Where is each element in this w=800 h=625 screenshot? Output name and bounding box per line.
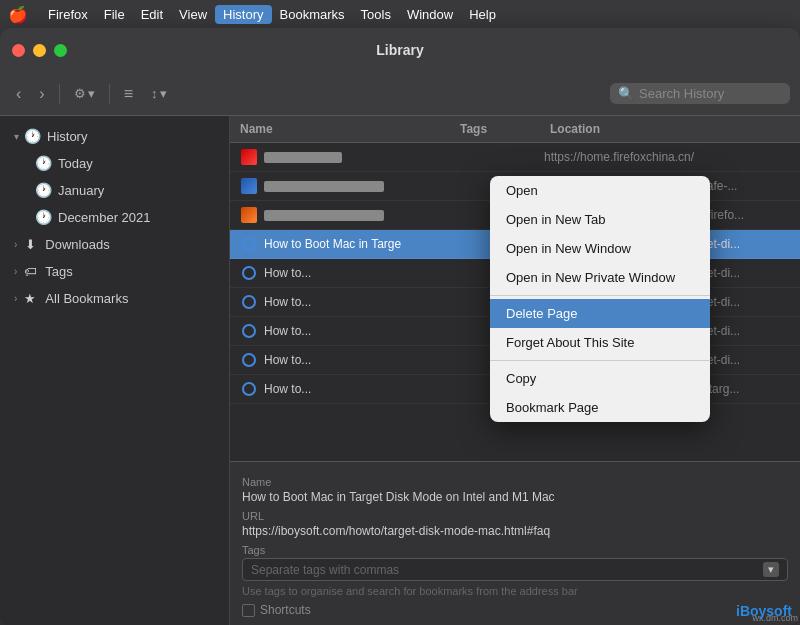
table-row[interactable]: ███████████ https://home.firefoxchina.cn… [230, 143, 800, 172]
search-input[interactable] [639, 86, 779, 101]
row-name: How to Boot Mac in Targe [264, 237, 454, 251]
apple-icon[interactable]: 🍎 [8, 5, 28, 24]
toolbar-separator-2 [109, 84, 110, 104]
main-area: ▾ 🕐 History 🕐 Today 🕐 January 🕐 December… [0, 116, 800, 625]
menubar-tools[interactable]: Tools [353, 5, 399, 24]
row-name: █████████████████ [264, 208, 454, 222]
menubar-edit[interactable]: Edit [133, 5, 171, 24]
december2021-icon: 🕐 [34, 208, 52, 226]
column-name-header[interactable]: Name [240, 122, 460, 136]
favicon-icon [240, 177, 258, 195]
sidebar-item-january[interactable]: 🕐 January [4, 177, 225, 203]
sidebar-item-tags[interactable]: › 🏷 Tags [4, 258, 225, 284]
menubar-view[interactable]: View [171, 5, 215, 24]
watermark-small: wx.dm.com [752, 613, 798, 623]
sidebar-item-downloads[interactable]: › ⬇ Downloads [4, 231, 225, 257]
menubar-window[interactable]: Window [399, 5, 461, 24]
url-value: https://iboysoft.com/howto/target-disk-m… [242, 524, 788, 538]
tags-dropdown-button[interactable]: ▾ [763, 562, 779, 577]
sidebar-january-label: January [58, 183, 104, 198]
row-name: How to... [264, 382, 454, 396]
context-menu-delete-page[interactable]: Delete Page [490, 299, 710, 328]
context-menu-copy[interactable]: Copy [490, 364, 710, 393]
window-controls [12, 44, 67, 57]
toolbar-separator-1 [59, 84, 60, 104]
sidebar-item-all-bookmarks[interactable]: › ★ All Bookmarks [4, 285, 225, 311]
tags-hint: Use tags to organise and search for book… [242, 585, 788, 597]
favicon-icon [240, 206, 258, 224]
row-name: ███████████ [264, 150, 454, 164]
gear-menu-button[interactable]: ⚙ ▾ [68, 82, 101, 105]
favicon-icon [240, 293, 258, 311]
column-location-header[interactable]: Location [550, 122, 790, 136]
minimize-button[interactable] [33, 44, 46, 57]
sidebar-item-today[interactable]: 🕐 Today [4, 150, 225, 176]
row-location: https://home.firefoxchina.cn/ [544, 150, 790, 164]
menubar-bookmarks[interactable]: Bookmarks [272, 5, 353, 24]
url-label: URL [242, 510, 788, 522]
favicon-icon [240, 351, 258, 369]
menubar-file[interactable]: File [96, 5, 133, 24]
back-button[interactable]: ‹ [10, 81, 27, 107]
shortcuts-row: Shortcuts [242, 603, 788, 617]
sort-icon: ↕ [151, 86, 158, 101]
sidebar-tags-label: Tags [45, 264, 72, 279]
tags-chevron-icon: › [14, 266, 17, 277]
column-tags-header[interactable]: Tags [460, 122, 550, 136]
search-bar: 🔍 [610, 83, 790, 104]
row-name: How to... [264, 266, 454, 280]
bookmarks-icon: ★ [21, 289, 39, 307]
name-value: How to Boot Mac in Target Disk Mode on I… [242, 490, 788, 504]
sidebar: ▾ 🕐 History 🕐 Today 🕐 January 🕐 December… [0, 116, 230, 625]
context-menu-forget-site[interactable]: Forget About This Site [490, 328, 710, 357]
context-menu-divider-2 [490, 360, 710, 361]
table-header: Name Tags Location [230, 116, 800, 143]
gear-chevron-icon: ▾ [88, 86, 95, 101]
context-menu: Open Open in New Tab Open in New Window … [490, 176, 710, 422]
favicon-icon [240, 264, 258, 282]
context-menu-open-new-tab[interactable]: Open in New Tab [490, 205, 710, 234]
downloads-chevron-icon: › [14, 239, 17, 250]
context-menu-bookmark-page[interactable]: Bookmark Page [490, 393, 710, 422]
sidebar-december2021-label: December 2021 [58, 210, 151, 225]
favicon-icon [240, 235, 258, 253]
menubar-firefox[interactable]: Firefox [40, 5, 96, 24]
detail-panel: Name How to Boot Mac in Target Disk Mode… [230, 461, 800, 625]
menubar-help[interactable]: Help [461, 5, 504, 24]
sort-button[interactable]: ↕ ▾ [145, 82, 173, 105]
toolbar: ‹ › ⚙ ▾ ≡ ↕ ▾ 🔍 [0, 72, 800, 116]
context-menu-open-private[interactable]: Open in New Private Window [490, 263, 710, 292]
menubar: 🍎 Firefox File Edit View History Bookmar… [0, 0, 800, 28]
name-label: Name [242, 476, 788, 488]
tags-label: Tags [242, 544, 788, 556]
context-menu-open-new-window[interactable]: Open in New Window [490, 234, 710, 263]
row-name: How to... [264, 324, 454, 338]
sidebar-item-december2021[interactable]: 🕐 December 2021 [4, 204, 225, 230]
shortcuts-checkbox[interactable] [242, 604, 255, 617]
close-button[interactable] [12, 44, 25, 57]
row-name: How to... [264, 353, 454, 367]
row-name: █████████████████ [264, 179, 454, 193]
content-area: Name Tags Location ███████████ https://h… [230, 116, 800, 625]
search-icon: 🔍 [618, 86, 634, 101]
history-chevron-icon: ▾ [14, 131, 19, 142]
maximize-button[interactable] [54, 44, 67, 57]
tags-icon: 🏷 [21, 262, 39, 280]
sidebar-bookmarks-label: All Bookmarks [45, 291, 128, 306]
shortcuts-label: Shortcuts [260, 603, 311, 617]
window-title: Library [376, 42, 423, 58]
favicon-icon [240, 148, 258, 166]
downloads-icon: ⬇ [21, 235, 39, 253]
menubar-history[interactable]: History [215, 5, 271, 24]
list-view-button[interactable]: ≡ [118, 81, 139, 107]
history-icon: 🕐 [23, 127, 41, 145]
context-menu-open[interactable]: Open [490, 176, 710, 205]
row-name: How to... [264, 295, 454, 309]
forward-button[interactable]: › [33, 81, 50, 107]
sidebar-item-history[interactable]: ▾ 🕐 History [4, 123, 225, 149]
tags-input-container[interactable]: Separate tags with commas ▾ [242, 558, 788, 581]
context-menu-divider-1 [490, 295, 710, 296]
favicon-icon [240, 380, 258, 398]
sidebar-today-label: Today [58, 156, 93, 171]
sidebar-downloads-label: Downloads [45, 237, 109, 252]
